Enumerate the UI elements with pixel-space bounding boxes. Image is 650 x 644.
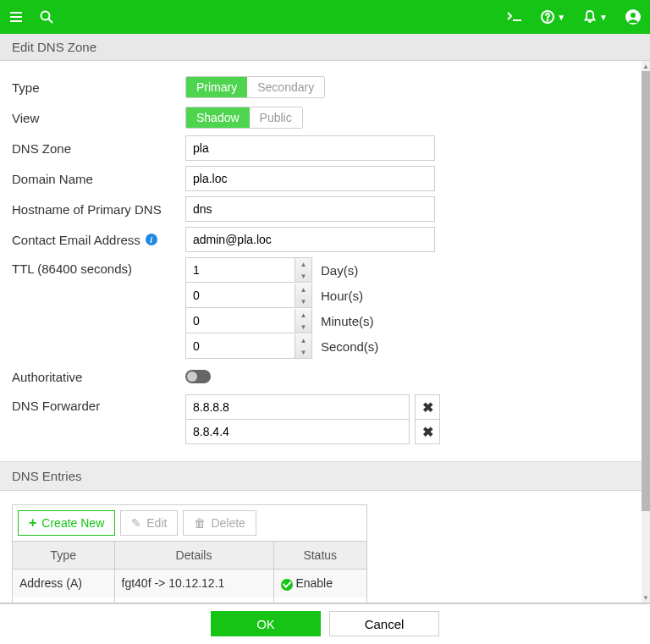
forwarder-1-remove-button[interactable]: ✖ <box>415 394 440 420</box>
email-label: Contact Email Addressi <box>12 233 185 247</box>
ttl-seconds-unit: Second(s) <box>321 339 378 354</box>
cancel-button[interactable]: Cancel <box>329 611 439 636</box>
entries-table-container: +Create New ✎Edit 🗑Delete Type Details S… <box>12 504 367 603</box>
bell-icon[interactable]: ▼ <box>582 9 608 25</box>
search-icon[interactable] <box>39 9 54 25</box>
ttl-hours-unit: Hour(s) <box>321 289 363 303</box>
ok-button[interactable]: OK <box>211 611 321 636</box>
ttl-label: TTL (86400 seconds) <box>12 257 185 276</box>
edit-button[interactable]: ✎Edit <box>120 510 178 536</box>
caret-down-icon: ▼ <box>599 13 608 22</box>
footer: OK Cancel <box>0 603 650 643</box>
table-row-empty <box>13 597 366 603</box>
dns-entries-heading: DNS Entries <box>0 461 650 491</box>
table-row[interactable]: Address (A) fgt40f -> 10.12.12.1 Enable <box>13 570 366 597</box>
caret-down-icon: ▼ <box>557 13 565 22</box>
type-segment: Primary Secondary <box>185 76 325 98</box>
cell-status: Enable <box>273 570 366 597</box>
svg-point-9 <box>631 13 636 18</box>
spinner-buttons[interactable]: ▲▼ <box>295 309 311 333</box>
spinner-buttons[interactable]: ▲▼ <box>295 283 311 307</box>
ttl-minutes-input[interactable] <box>185 308 312 333</box>
col-status-header[interactable]: Status <box>273 542 366 570</box>
svg-point-3 <box>41 12 50 20</box>
email-input[interactable] <box>185 227 435 252</box>
top-bar: ▼ ▼ <box>0 0 650 34</box>
view-segment: Shadow Public <box>185 107 303 129</box>
hamburger-icon[interactable] <box>8 9 24 25</box>
ttl-days-unit: Day(s) <box>321 263 358 278</box>
svg-line-4 <box>49 19 53 24</box>
cell-details: fgt40f -> 10.12.12.1 <box>114 570 273 597</box>
dnszone-input[interactable] <box>185 135 435 161</box>
info-icon[interactable]: i <box>146 234 157 245</box>
type-label: Type <box>12 80 185 95</box>
scroll-up-arrow[interactable]: ▲ <box>642 61 650 71</box>
forwarder-label: DNS Forwarder <box>12 394 185 413</box>
delete-button[interactable]: 🗑Delete <box>183 510 256 536</box>
user-icon[interactable] <box>625 8 642 25</box>
type-secondary-option[interactable]: Secondary <box>247 77 324 97</box>
ttl-hours-input[interactable] <box>185 283 312 308</box>
view-shadow-option[interactable]: Shadow <box>186 107 250 128</box>
svg-point-7 <box>548 20 548 21</box>
cli-icon[interactable] <box>506 11 523 23</box>
create-new-button[interactable]: +Create New <box>18 510 115 536</box>
col-type-header[interactable]: Type <box>13 542 114 570</box>
forwarder-2-remove-button[interactable]: ✖ <box>415 419 440 444</box>
col-details-header[interactable]: Details <box>114 542 273 570</box>
type-primary-option[interactable]: Primary <box>186 77 247 97</box>
authoritative-label: Authoritative <box>12 370 185 384</box>
hostname-input[interactable] <box>185 196 435 222</box>
cell-type: Address (A) <box>13 570 114 597</box>
pencil-icon: ✎ <box>131 516 141 530</box>
forwarder-1-input[interactable] <box>185 394 410 420</box>
domain-label: Domain Name <box>12 172 185 186</box>
spinner-buttons[interactable]: ▲▼ <box>295 334 311 358</box>
ttl-minutes-unit: Minute(s) <box>321 314 374 328</box>
page-title: Edit DNS Zone <box>0 34 650 61</box>
spinner-buttons[interactable]: ▲▼ <box>295 258 311 282</box>
ttl-days-input[interactable] <box>185 257 312 283</box>
check-icon <box>281 579 293 591</box>
forwarder-2-input[interactable] <box>185 419 410 444</box>
ttl-seconds-input[interactable] <box>185 333 312 359</box>
hostname-label: Hostname of Primary DNS <box>12 202 185 217</box>
scroll-down-arrow[interactable]: ▼ <box>642 592 650 603</box>
dnszone-label: DNS Zone <box>12 141 185 156</box>
trash-icon: 🗑 <box>194 516 206 530</box>
view-label: View <box>12 111 185 125</box>
help-icon[interactable]: ▼ <box>540 9 565 25</box>
view-public-option[interactable]: Public <box>250 107 302 128</box>
form-area: Type Primary Secondary View Shadow Publi… <box>0 61 650 603</box>
entries-table: Type Details Status Address (A) fgt40f -… <box>13 541 366 603</box>
plus-icon: + <box>29 515 36 531</box>
domain-input[interactable] <box>185 166 435 191</box>
scrollbar-thumb[interactable] <box>642 71 650 511</box>
scrollbar-track[interactable]: ▲ ▼ <box>642 61 650 603</box>
authoritative-toggle[interactable] <box>185 370 211 383</box>
